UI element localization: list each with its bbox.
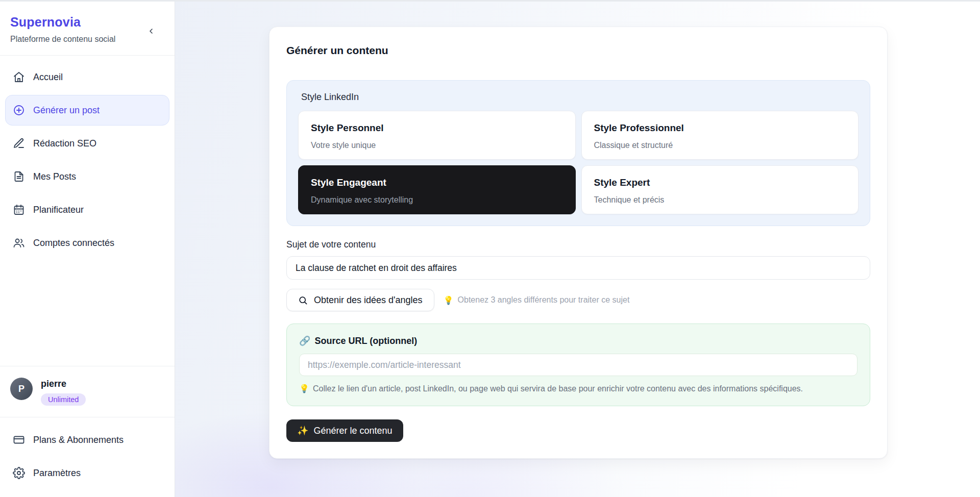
sidebar-header: Supernovia Plateforme de contenu social (0, 2, 175, 56)
source-url-label-text: Source URL (optionnel) (314, 336, 417, 346)
plan-badge: Unlimited (41, 393, 86, 406)
sidebar-item-comptes-connectes[interactable]: Comptes connectés (5, 228, 169, 258)
linkedin-style-panel: Style LinkedIn Style Personnel Votre sty… (286, 80, 870, 226)
sidebar-item-label: Accueil (33, 72, 63, 83)
credit-card-icon (13, 434, 25, 446)
sparkles-icon: ✨ (297, 425, 308, 436)
plus-circle-icon (13, 104, 25, 116)
calendar-icon (13, 204, 25, 216)
sidebar-footer: Plans & Abonnements Paramètres (0, 417, 175, 497)
sidebar-item-redaction-seo[interactable]: Rédaction SEO (5, 128, 169, 159)
source-url-hint: 💡 Collez le lien d'un article, post Link… (299, 383, 857, 394)
sidebar-item-label: Planificateur (33, 205, 84, 215)
avatar: P (10, 378, 33, 400)
style-option-title: Style Personnel (311, 121, 563, 135)
style-option-expert[interactable]: Style Expert Technique et précis (581, 165, 859, 214)
style-options-grid: Style Personnel Votre style unique Style… (298, 111, 859, 214)
style-option-subtitle: Votre style unique (311, 140, 563, 151)
brand-tagline: Plateforme de contenu social (10, 35, 164, 44)
style-option-subtitle: Technique et précis (594, 194, 846, 206)
sidebar-item-label: Comptes connectés (33, 238, 114, 248)
document-icon (13, 170, 25, 183)
home-icon (13, 71, 25, 83)
sidebar-item-label: Paramètres (33, 468, 81, 479)
style-option-professionnel[interactable]: Style Professionnel Classique et structu… (581, 111, 859, 160)
page-title: Générer un contenu (286, 44, 870, 57)
style-option-subtitle: Classique et structuré (594, 140, 846, 151)
link-icon: 🔗 (299, 335, 310, 346)
get-angle-ideas-button[interactable]: Obtenir des idées d'angles (286, 289, 434, 311)
main-content: Générer un contenu Style LinkedIn Style … (175, 2, 980, 497)
users-icon (13, 237, 25, 249)
sidebar-item-parametres[interactable]: Paramètres (5, 458, 169, 488)
user-profile[interactable]: P pierre Unlimited (0, 366, 175, 417)
style-option-subtitle: Dynamique avec storytelling (311, 194, 563, 206)
sidebar-item-generer-un-post[interactable]: Générer un post (5, 95, 169, 126)
source-url-label: 🔗 Source URL (optionnel) (299, 335, 857, 346)
source-url-hint-text: Collez le lien d'un article, post Linked… (313, 383, 803, 394)
source-url-panel: 🔗 Source URL (optionnel) 💡 Collez le lie… (286, 324, 870, 406)
sidebar-item-accueil[interactable]: Accueil (5, 62, 169, 92)
lightbulb-icon: 💡 (299, 383, 309, 394)
angles-hint-text: Obtenez 3 angles différents pour traiter… (458, 295, 630, 305)
search-icon (298, 295, 308, 305)
sidebar-collapse-button[interactable] (144, 24, 158, 38)
gear-icon (13, 467, 25, 479)
chevron-left-icon (147, 27, 155, 35)
angles-hint: 💡 Obtenez 3 angles différents pour trait… (444, 295, 630, 305)
style-option-personnel[interactable]: Style Personnel Votre style unique (298, 111, 576, 160)
sidebar-item-label: Mes Posts (33, 171, 76, 182)
angles-row: Obtenir des idées d'angles 💡 Obtenez 3 a… (286, 289, 870, 311)
subject-input[interactable] (286, 256, 870, 280)
sidebar-item-plans-abonnements[interactable]: Plans & Abonnements (5, 425, 169, 455)
source-url-input[interactable] (299, 354, 857, 376)
pencil-icon (13, 137, 25, 150)
get-angle-ideas-label: Obtenir des idées d'angles (314, 295, 423, 306)
style-option-engageant[interactable]: Style Engageant Dynamique avec storytell… (298, 165, 576, 214)
generate-content-button[interactable]: ✨ Générer le contenu (286, 419, 403, 442)
generate-content-card: Générer un contenu Style LinkedIn Style … (269, 27, 888, 459)
sidebar-item-label: Générer un post (33, 105, 100, 116)
generate-content-label: Générer le contenu (313, 426, 392, 436)
sidebar-item-label: Rédaction SEO (33, 138, 96, 149)
sidebar: Supernovia Plateforme de contenu social … (0, 2, 175, 497)
lightbulb-icon: 💡 (444, 295, 454, 305)
sidebar-item-mes-posts[interactable]: Mes Posts (5, 161, 169, 192)
sidebar-item-label: Plans & Abonnements (33, 435, 124, 445)
sidebar-nav: Accueil Générer un post Rédaction SEO Me… (0, 56, 175, 366)
user-name: pierre (41, 379, 86, 389)
style-panel-label: Style LinkedIn (298, 92, 859, 103)
style-option-title: Style Expert (594, 176, 846, 189)
style-option-title: Style Engageant (311, 176, 563, 189)
subject-label: Sujet de votre contenu (286, 239, 870, 250)
brand-logo: Supernovia (10, 15, 164, 30)
sidebar-item-planificateur[interactable]: Planificateur (5, 194, 169, 225)
style-option-title: Style Professionnel (594, 121, 846, 135)
